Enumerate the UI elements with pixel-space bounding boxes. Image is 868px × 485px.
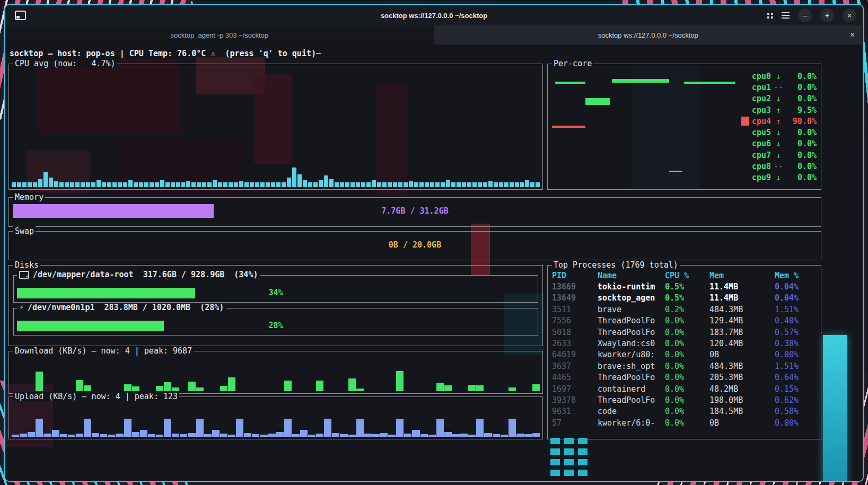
cpu-history-bar — [510, 182, 514, 187]
upload-bar — [428, 435, 436, 437]
upload-chart — [12, 404, 540, 437]
process-cell: 0.38% — [775, 339, 818, 348]
core-name: cpu3 — [752, 105, 771, 115]
core-row: cpu6↓0.0% — [741, 138, 817, 149]
upload-bar — [268, 434, 276, 437]
process-cell: Xwayland:cs0 — [598, 339, 665, 348]
core-hot-indicator — [741, 72, 749, 81]
core-row: cpu4↑90.0% — [741, 116, 817, 127]
cpu-history-bar — [165, 182, 170, 187]
download-bar — [532, 384, 540, 391]
core-trend-icon: ↓ — [771, 128, 786, 137]
cpu-avg-panel: CPU avg (now: 4.7%) — [8, 64, 543, 190]
process-cell: 39378 — [552, 395, 598, 405]
cpu-history-bar — [123, 182, 127, 187]
core-name: cpu2 — [752, 94, 771, 103]
core-row: cpu7↓0.0% — [741, 149, 817, 161]
warning-icon: ⚠ — [211, 49, 215, 58]
core-usage-value: 0.0% — [786, 94, 817, 103]
upload-bar — [468, 435, 476, 437]
terminal-screen[interactable]: socktop — host: pop-os | CPU Temp: 76.0°… — [5, 45, 863, 481]
upload-bar — [212, 430, 220, 437]
swap-panel-title: Swap — [13, 226, 36, 236]
grid-menu-icon[interactable] — [767, 13, 773, 19]
minimize-button[interactable]: — — [798, 8, 812, 22]
process-cell: 0.40% — [775, 316, 818, 325]
process-cell: ThreadPoolFo — [598, 395, 665, 405]
cpu-history-bar — [171, 182, 175, 187]
core-name: cpu0 — [752, 72, 771, 81]
cpu-history-bar — [499, 182, 503, 187]
process-cell: 0.57% — [775, 328, 818, 337]
cpu-history-bar — [197, 182, 201, 187]
process-cell: 0.0% — [665, 328, 709, 337]
process-row: 3511brave0.2%484.3MB1.51% — [552, 304, 818, 315]
process-row: 13649socktop_agen0.5%11.4MB0.04% — [552, 293, 818, 304]
upload-bar — [180, 434, 187, 437]
tab-close-icon[interactable]: × — [850, 31, 855, 39]
upload-bar — [452, 434, 460, 437]
maximize-button[interactable]: + — [820, 8, 834, 22]
cpu-history-bar — [430, 182, 434, 187]
cpu-history-bar — [150, 182, 154, 187]
app-icon[interactable] — [15, 11, 26, 20]
cpu-history-bar — [107, 182, 111, 187]
core-trend-icon: ↓ — [771, 173, 786, 182]
cpu-history-bar — [297, 174, 302, 187]
upload-bar — [332, 433, 339, 437]
upload-bar — [348, 435, 356, 437]
core-row: cpu8--0.0% — [741, 161, 817, 172]
core-trend-icon: ↓ — [771, 94, 786, 103]
app-header: socktop — host: pop-os | CPU Temp: 76.0°… — [10, 49, 321, 58]
upload-bar — [284, 419, 292, 437]
core-hot-indicator — [741, 105, 749, 114]
process-row: 1697containerd0.0%48.2MB0.15% — [552, 383, 818, 394]
memory-panel-title: Memory — [13, 192, 45, 202]
upload-bar — [140, 430, 147, 437]
cpu-history-bar — [329, 179, 334, 187]
upload-bar — [43, 434, 51, 437]
titlebar[interactable]: socktop ws://127.0.0.0 ~/socktop — + × — [5, 5, 863, 25]
upload-bar — [316, 434, 323, 437]
core-trend-icon: ↑ — [771, 105, 786, 115]
cpu-history-bar — [366, 182, 371, 187]
hamburger-menu-icon[interactable] — [782, 12, 790, 19]
process-cell: brave — [598, 305, 665, 314]
cpu-history-bar — [393, 182, 397, 187]
download-panel-title: Download (KB/s) — now: 4 | peak: 9687 — [13, 346, 194, 356]
process-cell: 205.3MB — [709, 373, 775, 382]
download-panel: Download (KB/s) — now: 4 | peak: 9687 — [8, 351, 543, 394]
cpu-history-bar — [340, 182, 344, 187]
tab-socktop-active[interactable]: socktop ws://127.0.0.0 ~/socktop × — [434, 25, 863, 45]
cpu-history-bar — [377, 182, 381, 187]
upload-bar — [204, 434, 212, 437]
upload-bar — [276, 432, 284, 437]
cpu-history-bar — [483, 182, 487, 187]
process-row: 39378ThreadPoolFo0.0%198.0MB0.62% — [552, 394, 818, 405]
process-cell: 0.0% — [665, 361, 709, 371]
core-spark-segment — [555, 82, 585, 84]
cpu-history-bar — [38, 179, 42, 187]
upload-bar — [148, 434, 155, 437]
core-trend-icon: ↓ — [771, 139, 786, 148]
tab-socktop-agent[interactable]: socktop_agent -p 303 ~/socktop — [5, 25, 434, 45]
disk-percent-label: 34% — [14, 288, 538, 297]
upload-bar — [68, 435, 75, 437]
close-button[interactable]: × — [843, 8, 856, 22]
cpu-history-bar — [239, 181, 243, 187]
process-cell: 0.15% — [775, 384, 818, 394]
core-usage-value: 0.0% — [786, 151, 817, 160]
core-usage-value: 0.0% — [786, 72, 817, 81]
process-cell: 13649 — [552, 293, 598, 303]
per-core-panel: Per-core cpu0↓0.0%cpu1--0.0%cpu2↓0.0%cpu… — [547, 64, 821, 190]
cpu-history-bar — [435, 182, 440, 187]
disks-panel: Disks /dev/mapper/data-root 317.6GB / 92… — [8, 265, 543, 346]
core-usage-value: 0.0% — [786, 83, 817, 92]
terminal-window: socktop ws://127.0.0.0 ~/socktop — + × s… — [4, 4, 864, 482]
process-cell: kworker/6:0- — [598, 418, 665, 428]
window-title: socktop ws://127.0.0.0 ~/socktop — [5, 12, 863, 20]
core-trend-icon: -- — [771, 162, 786, 171]
process-cell: ThreadPoolFo — [598, 373, 665, 382]
process-cell: 0.04% — [775, 293, 818, 303]
cpu-history-bar — [75, 182, 80, 187]
